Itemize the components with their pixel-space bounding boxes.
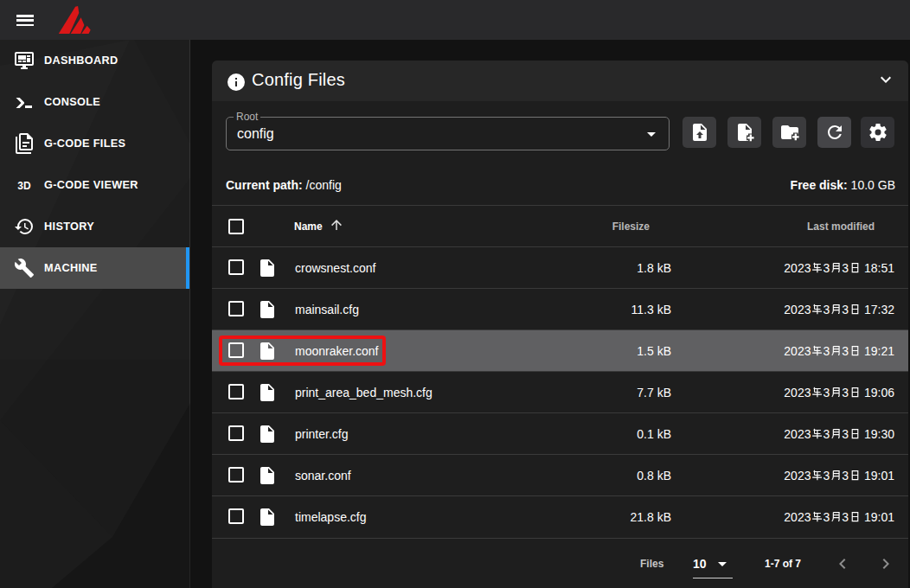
svg-text:3D: 3D bbox=[17, 180, 31, 192]
